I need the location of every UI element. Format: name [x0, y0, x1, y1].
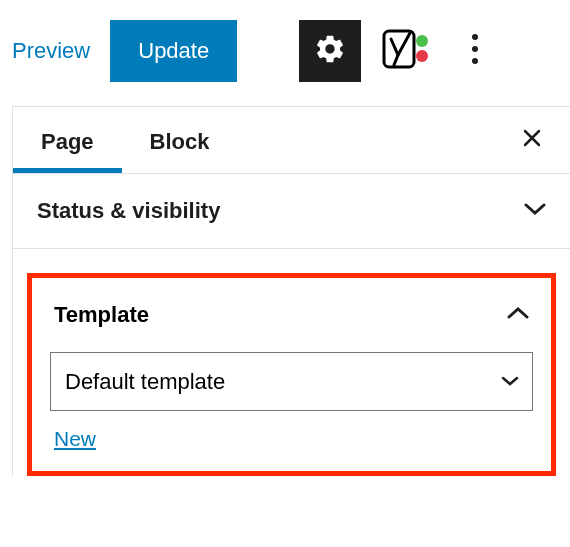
tab-block[interactable]: Block [122, 107, 238, 173]
update-button[interactable]: Update [110, 20, 237, 82]
close-icon [520, 136, 544, 153]
svg-point-5 [472, 58, 478, 64]
template-title: Template [54, 302, 149, 328]
template-select-wrap: Default template [50, 352, 533, 411]
panel-tabs: Page Block [13, 107, 570, 174]
new-template-link[interactable]: New [48, 423, 102, 455]
settings-panel: Page Block Status & visibility Template [12, 106, 570, 476]
editor-toolbar: Preview Update [0, 0, 570, 106]
chevron-down-icon [524, 202, 546, 220]
svg-point-3 [472, 34, 478, 40]
tab-page[interactable]: Page [13, 107, 122, 173]
status-visibility-section[interactable]: Status & visibility [13, 174, 570, 249]
status-visibility-title: Status & visibility [37, 198, 220, 224]
gear-icon [314, 33, 346, 69]
svg-point-4 [472, 46, 478, 52]
yoast-button[interactable] [379, 25, 431, 77]
svg-point-2 [416, 50, 428, 62]
settings-button[interactable] [299, 20, 361, 82]
preview-link[interactable]: Preview [10, 32, 92, 70]
close-panel-button[interactable] [510, 116, 554, 164]
template-select[interactable]: Default template [50, 352, 533, 411]
template-section-header[interactable]: Template [48, 294, 535, 352]
more-vertical-icon [471, 33, 479, 69]
svg-point-1 [416, 35, 428, 47]
template-section-highlight: Template Default template New [27, 273, 556, 476]
more-options-button[interactable] [455, 26, 495, 76]
chevron-up-icon [507, 306, 529, 324]
yoast-icon [381, 25, 429, 77]
